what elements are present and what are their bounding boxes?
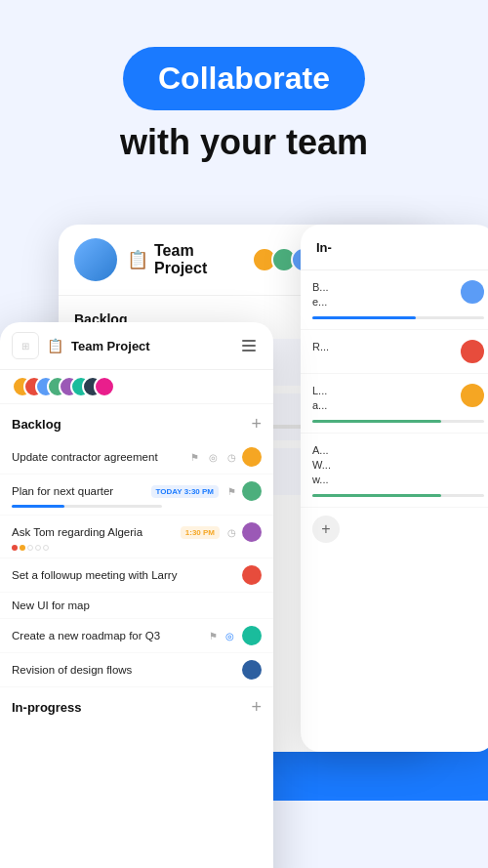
mobile-card: ⊞ 📋 Team Project Backlog + (0, 322, 273, 868)
mobile-task-1[interactable]: Update contractor agreement ⚑ ◎ ◷ (0, 440, 273, 475)
right-panel-title: In- (316, 240, 332, 255)
mobile-task-text-4: Set a followup meeting with Larry (12, 569, 236, 581)
header: Collaborate with your team (0, 0, 488, 182)
mobile-task-avatar-1 (242, 447, 262, 467)
project-emoji: 📋 (127, 249, 148, 270)
mobile-task-text-6: Create a new roadmap for Q3 (12, 630, 203, 641)
task-icon-3: ◷ (227, 452, 236, 463)
mobile-task-4[interactable]: Set a followup meeting with Larry (0, 558, 273, 593)
mobile-task-text-1: Update contractor agreement (12, 451, 184, 463)
mob-avatar-8 (94, 376, 115, 397)
mobile-task-text-2: Plan for next quarter (12, 485, 145, 497)
mobile-backlog-title: Backlog (12, 417, 61, 432)
mobile-progress-2 (12, 505, 162, 508)
mobile-project-emoji: 📋 (47, 338, 63, 353)
right-plus-button[interactable]: + (312, 516, 340, 543)
mobile-task-avatar-4 (242, 565, 262, 585)
menu-line-1 (242, 340, 256, 342)
right-avatar-1 (461, 280, 484, 304)
right-task-text-1: B...e... (312, 280, 484, 310)
right-task-text-4: A...W...w... (312, 443, 484, 488)
task-icon-1: ⚑ (190, 452, 199, 463)
mobile-task-3[interactable]: Ask Tom regarding Algeria 1:30 PM ◷ (0, 516, 273, 558)
right-progress-4 (312, 494, 484, 497)
task-tag-time: 1:30 PM (181, 526, 220, 539)
subtitle: with your team (20, 122, 468, 162)
right-task-text-3: L...a... (312, 384, 484, 414)
right-progress-fill-1 (312, 316, 416, 319)
right-avatar-3 (461, 384, 484, 407)
mobile-inprogress-header: In-progress + (0, 687, 273, 723)
mobile-inprogress-title: In-progress (12, 700, 82, 715)
mobile-task-avatar-7 (242, 660, 262, 680)
mobile-task-5[interactable]: New UI for map (0, 593, 273, 619)
mobile-task-avatar-2 (242, 481, 262, 501)
right-panel-header: In- (301, 225, 488, 270)
right-progress-3 (312, 420, 484, 423)
task-dots-3 (12, 545, 262, 551)
mobile-header: ⊞ 📋 Team Project (0, 322, 273, 370)
mobile-avatar-row (0, 370, 273, 404)
right-task-1[interactable]: B...e... (301, 270, 488, 330)
dot-red (12, 545, 18, 551)
mobile-section-header: Backlog + (0, 404, 273, 440)
mobile-task-avatar-3 (242, 522, 262, 542)
backlog-add-button[interactable]: + (251, 414, 262, 434)
right-progress-fill-4 (312, 494, 441, 497)
mobile-task-text-5: New UI for map (12, 599, 262, 611)
menu-line-2 (242, 345, 256, 347)
right-task-text-2: R... (312, 340, 484, 354)
mobile-task-avatar-6 (242, 626, 262, 645)
right-task-3[interactable]: L...a... (301, 374, 488, 434)
menu-line-3 (242, 350, 256, 351)
right-progress-1 (312, 316, 484, 319)
mobile-task-6[interactable]: Create a new roadmap for Q3 ⚑ ◎ (0, 619, 273, 653)
right-progress-fill-3 (312, 420, 441, 423)
mobile-logo: ⊞ (12, 332, 39, 359)
mobile-task-2[interactable]: Plan for next quarter TODAY 3:30 PM ⚑ (0, 475, 273, 516)
project-name: Team Project (154, 242, 242, 277)
task-icon-2: ◎ (209, 452, 218, 463)
dot-empty-2 (35, 545, 41, 551)
dot-empty-1 (27, 545, 33, 551)
collaborate-badge: Collaborate (123, 47, 365, 110)
mobile-progress-fill-2 (12, 505, 64, 508)
task-icon-6: ⚑ (209, 631, 218, 641)
task-icon-5: ◷ (227, 527, 236, 538)
right-avatar-2 (461, 340, 484, 363)
mobile-project-name: Team Project (71, 339, 234, 353)
mobile-task-text-3: Ask Tom regarding Algeria (12, 526, 175, 538)
mobile-task-7[interactable]: Revision of design flows (0, 653, 273, 687)
right-task-2[interactable]: R... (301, 330, 488, 374)
task-tag-today: TODAY 3:30 PM (151, 485, 219, 498)
task-icon-7: ◎ (225, 631, 234, 641)
dot-orange (20, 545, 25, 551)
task-icon-4: ⚑ (227, 486, 236, 497)
dot-empty-3 (43, 545, 49, 551)
project-title-area: 📋 Team Project (127, 242, 242, 277)
right-task-4[interactable]: A...W...w... (301, 434, 488, 508)
mockup-container: 📋 Team Project Backlog Update contractor… (0, 205, 488, 868)
mobile-menu-icon[interactable] (242, 336, 262, 355)
mobile-task-text-7: Revision of design flows (12, 664, 236, 676)
user-avatar (74, 238, 117, 281)
right-panel: In- B...e... R... L...a... A...W...w... (301, 225, 488, 752)
inprogress-add-button[interactable]: + (251, 697, 262, 718)
